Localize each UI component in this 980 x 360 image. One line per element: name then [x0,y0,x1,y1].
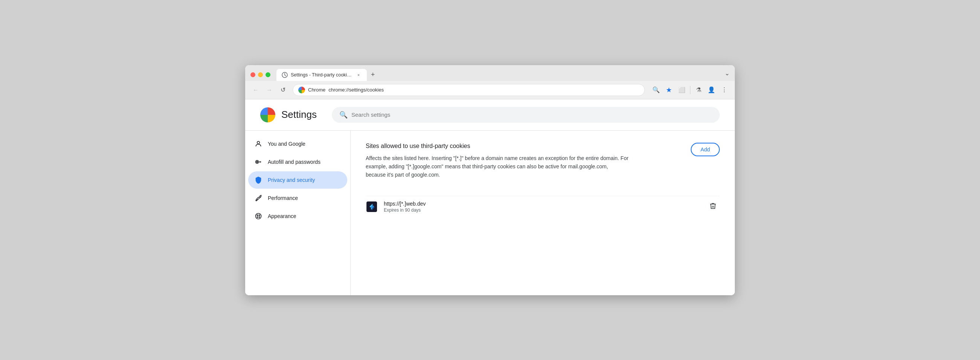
site-url: https://[*.]web.dev [384,201,700,207]
person-icon [254,140,262,148]
tab-favicon [282,72,288,78]
site-favicon [366,201,378,213]
search-icon: 🔍 [339,111,348,119]
palette-icon [254,212,262,220]
section-header-row: Sites allowed to use third-party cookies… [366,143,720,187]
sidebar-item-autofill[interactable]: Autofill and passwords [248,153,347,170]
sidebar-item-privacy[interactable]: Privacy and security [248,171,347,189]
forward-button[interactable]: → [263,84,275,96]
delete-site-button[interactable] [706,201,720,213]
add-site-button[interactable]: Add [691,143,720,156]
sidebar-item-appearance[interactable]: Appearance [248,207,347,225]
maximize-window-button[interactable] [266,72,270,77]
section-title: Sites allowed to use third-party cookies [366,143,679,150]
sidebar-item-label: Privacy and security [268,177,315,183]
active-tab[interactable]: Settings - Third-party cookie… × [277,69,367,81]
close-window-button[interactable] [250,72,255,77]
sidebar-item-you-and-google[interactable]: You and Google [248,135,347,153]
site-info: https://[*.]web.dev Expires in 90 days [384,201,700,213]
back-icon: ← [253,87,259,93]
labs-icon: ⚗ [696,86,701,93]
sidebar-item-label: Performance [268,195,298,201]
window-dropdown-button[interactable]: ⌄ [725,70,730,80]
labs-button[interactable]: ⚗ [693,84,705,96]
search-input[interactable] [352,112,712,118]
reload-button[interactable]: ↺ [277,84,289,96]
forward-icon: → [266,87,272,93]
svg-point-4 [256,213,261,219]
toolbar-right: 🔍 ★ ⬜ ⚗ 👤 ⋮ [650,84,730,96]
menu-icon: ⋮ [721,86,727,93]
traffic-lights [250,72,270,77]
tab-close-button[interactable]: × [356,72,361,78]
reload-icon: ↺ [281,86,285,93]
bookmark-icon: ★ [666,86,672,94]
new-tab-button[interactable]: + [368,70,378,80]
address-url: chrome://settings/cookies [328,87,639,92]
svg-point-8 [259,217,260,218]
key-icon [254,158,262,166]
section-description: Affects the sites listed here. Inserting… [366,154,629,179]
address-bar[interactable]: Chrome chrome://settings/cookies [293,84,645,96]
shield-icon [254,176,262,184]
extensions-icon: ⬜ [678,87,686,93]
menu-button[interactable]: ⋮ [718,84,730,96]
sidebar-item-performance[interactable]: Performance [248,190,347,207]
sidebar-item-label: Autofill and passwords [268,159,320,165]
bookmark-button[interactable]: ★ [663,84,675,96]
account-icon: 👤 [708,86,715,93]
settings-title: Settings [282,109,317,121]
svg-point-6 [259,215,260,216]
settings-header: Settings 🔍 [245,99,735,131]
back-button[interactable]: ← [250,84,262,96]
section-text: Sites allowed to use third-party cookies… [366,143,679,187]
toolbar-divider [690,86,690,94]
browser-window: Settings - Third-party cookie… × + ⌄ ← →… [245,65,735,295]
search-bar[interactable]: 🔍 [332,107,720,123]
account-button[interactable]: 👤 [705,84,718,96]
chrome-label: Chrome [308,87,325,92]
page-content: Settings 🔍 You and Google [245,99,735,295]
sidebar: You and Google Autofill and passwords [245,131,351,295]
site-expiry: Expires in 90 days [384,207,700,213]
toolbar: ← → ↺ Chrome chrome://settings/cookies 🔍… [245,81,735,99]
svg-point-5 [257,215,258,216]
sidebar-item-label: Appearance [268,213,296,219]
title-bar: Settings - Third-party cookie… × + ⌄ [245,65,735,81]
svg-point-3 [256,161,258,162]
zoom-icon: 🔍 [652,86,660,93]
zoom-button[interactable]: 🔍 [650,84,662,96]
main-content: Sites allowed to use third-party cookies… [351,131,735,295]
settings-body: You and Google Autofill and passwords [245,131,735,295]
chrome-logo-small [298,87,305,93]
tab-title: Settings - Third-party cookie… [291,72,353,78]
extensions-button[interactable]: ⬜ [676,84,688,96]
settings-logo [260,107,275,123]
sidebar-item-label: You and Google [268,141,305,147]
svg-point-7 [257,217,258,218]
tab-bar: Settings - Third-party cookie… × + [277,69,722,81]
site-entry: https://[*.]web.dev Expires in 90 days [366,196,720,218]
leaf-icon [254,194,262,202]
minimize-window-button[interactable] [258,72,263,77]
svg-point-1 [257,141,260,144]
trash-icon [709,203,717,211]
